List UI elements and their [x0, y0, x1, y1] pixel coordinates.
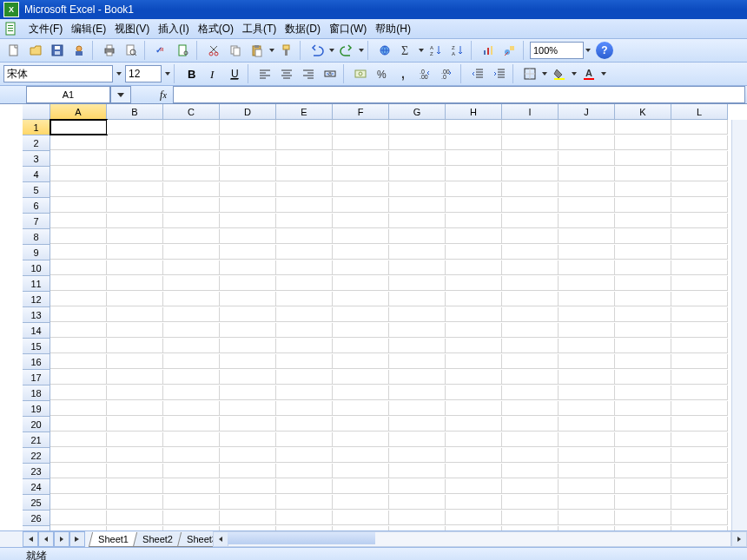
- cell[interactable]: [446, 370, 502, 385]
- cell[interactable]: [333, 198, 389, 213]
- cell[interactable]: [50, 432, 107, 447]
- cell[interactable]: [559, 417, 615, 432]
- column-header[interactable]: H: [446, 104, 502, 120]
- cell[interactable]: [615, 479, 671, 494]
- cell[interactable]: [276, 323, 333, 338]
- cell[interactable]: [559, 323, 615, 338]
- cell[interactable]: [671, 229, 728, 244]
- cell[interactable]: [50, 479, 107, 494]
- cell[interactable]: [50, 214, 107, 228]
- sheet-tab-1[interactable]: Sheet1: [89, 532, 138, 547]
- cell[interactable]: [220, 151, 276, 166]
- cell[interactable]: [671, 198, 728, 213]
- menu-help[interactable]: 帮助(H): [371, 22, 415, 36]
- cell[interactable]: [615, 292, 671, 306]
- cell[interactable]: [333, 214, 389, 228]
- cell[interactable]: [446, 151, 502, 166]
- chart-wizard-icon[interactable]: [478, 40, 499, 61]
- cell[interactable]: [107, 292, 163, 306]
- menu-data[interactable]: 数据(D): [281, 22, 325, 36]
- cell[interactable]: [446, 479, 502, 494]
- cell[interactable]: [446, 511, 502, 525]
- row-header[interactable]: 13: [23, 307, 50, 323]
- cell[interactable]: [50, 417, 107, 432]
- font-size-dropdown-icon[interactable]: [164, 72, 171, 76]
- cell[interactable]: [671, 120, 728, 135]
- cell[interactable]: [671, 417, 728, 432]
- cell[interactable]: [615, 260, 671, 275]
- cell[interactable]: [276, 276, 333, 291]
- cell[interactable]: [276, 479, 333, 494]
- cell[interactable]: [107, 229, 163, 244]
- cell[interactable]: [502, 511, 559, 525]
- row-header[interactable]: 9: [23, 245, 50, 260]
- menu-view[interactable]: 视图(V): [110, 22, 154, 36]
- autosum-dropdown-icon[interactable]: [418, 49, 425, 52]
- cell[interactable]: [163, 495, 220, 510]
- document-icon[interactable]: [3, 21, 19, 36]
- cell[interactable]: [333, 167, 389, 181]
- cell[interactable]: [615, 448, 671, 463]
- font-color-icon[interactable]: A: [578, 63, 599, 84]
- cell[interactable]: [50, 307, 107, 322]
- open-icon[interactable]: [25, 40, 46, 61]
- row-header[interactable]: 17: [23, 370, 50, 385]
- cell[interactable]: [446, 385, 502, 400]
- cell[interactable]: [333, 417, 389, 432]
- cell[interactable]: [559, 401, 615, 416]
- column-header[interactable]: D: [220, 104, 276, 120]
- cell[interactable]: [50, 167, 107, 181]
- sheet-tab-2[interactable]: Sheet2: [133, 532, 182, 547]
- name-box[interactable]: A1: [26, 86, 110, 103]
- cell[interactable]: [502, 276, 559, 291]
- cell[interactable]: [671, 370, 728, 385]
- copy-icon[interactable]: [225, 40, 246, 61]
- cell[interactable]: [276, 245, 333, 260]
- increase-decimal-icon[interactable]: .0.00: [415, 63, 436, 84]
- cell[interactable]: [107, 495, 163, 510]
- cell[interactable]: [107, 339, 163, 353]
- cell[interactable]: [220, 417, 276, 432]
- column-header[interactable]: G: [389, 104, 446, 120]
- cell[interactable]: [502, 214, 559, 228]
- cell[interactable]: [276, 214, 333, 228]
- cell[interactable]: [671, 401, 728, 416]
- cell[interactable]: [163, 292, 220, 306]
- research-icon[interactable]: [173, 40, 194, 61]
- scroll-right-icon[interactable]: [731, 531, 747, 547]
- cell[interactable]: [333, 260, 389, 275]
- sheet-nav-first-icon[interactable]: [23, 531, 38, 547]
- cell[interactable]: [276, 448, 333, 463]
- cell[interactable]: [107, 245, 163, 260]
- menu-edit[interactable]: 编辑(E): [67, 22, 110, 36]
- cell[interactable]: [276, 182, 333, 197]
- cell[interactable]: [389, 120, 446, 135]
- cell[interactable]: [50, 198, 107, 213]
- cell[interactable]: [389, 214, 446, 228]
- row-header[interactable]: 8: [23, 229, 50, 245]
- cell[interactable]: [276, 120, 333, 135]
- cell[interactable]: [446, 260, 502, 275]
- cell[interactable]: [276, 432, 333, 447]
- cell[interactable]: [163, 229, 220, 244]
- cell[interactable]: [559, 385, 615, 400]
- cell[interactable]: [107, 214, 163, 228]
- cell[interactable]: [107, 370, 163, 385]
- cell[interactable]: [163, 276, 220, 291]
- cell[interactable]: [333, 292, 389, 306]
- borders-dropdown-icon[interactable]: [541, 72, 548, 76]
- cell[interactable]: [333, 354, 389, 369]
- cell[interactable]: [671, 323, 728, 338]
- undo-dropdown-icon[interactable]: [328, 49, 335, 52]
- cell[interactable]: [107, 323, 163, 338]
- cell[interactable]: [615, 339, 671, 353]
- cell[interactable]: [389, 339, 446, 353]
- row-header[interactable]: 25: [23, 495, 50, 511]
- cell[interactable]: [615, 229, 671, 244]
- cell[interactable]: [276, 151, 333, 166]
- cell[interactable]: [333, 276, 389, 291]
- cell[interactable]: [502, 479, 559, 494]
- cell[interactable]: [220, 370, 276, 385]
- cell[interactable]: [559, 276, 615, 291]
- formula-input[interactable]: [173, 86, 745, 103]
